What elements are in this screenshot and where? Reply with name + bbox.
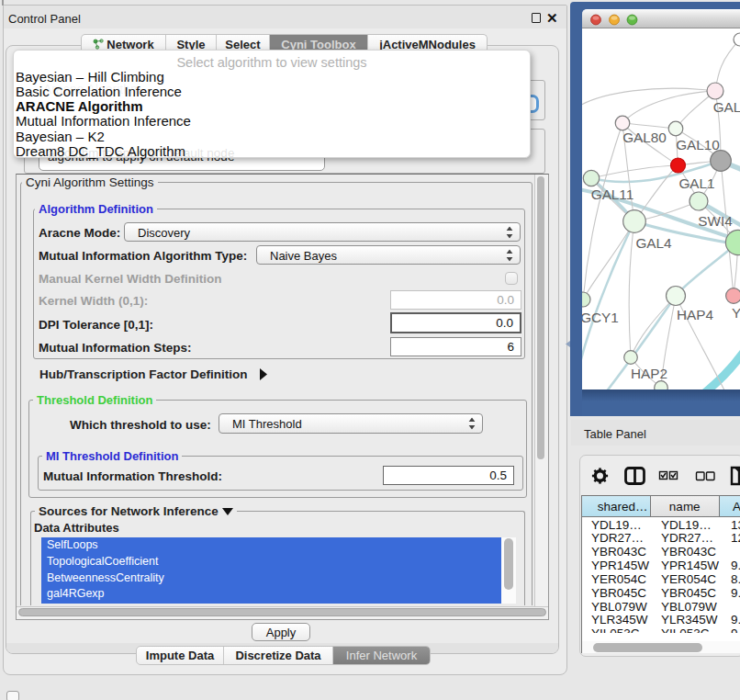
svg-text:SWI4: SWI4 <box>698 213 733 229</box>
svg-text:GAL11: GAL11 <box>591 186 634 202</box>
svg-text:GAL10: GAL10 <box>676 137 720 152</box>
svg-text:GCY1: GCY1 <box>582 310 619 325</box>
svg-text:HAP2: HAP2 <box>631 366 667 381</box>
svg-text:HAP4: HAP4 <box>677 307 713 322</box>
svg-text:GAL80: GAL80 <box>622 130 667 145</box>
svg-text:Y: Y <box>732 305 740 321</box>
svg-text:GAL4: GAL4 <box>635 235 672 251</box>
svg-text:GAL: GAL <box>713 99 740 115</box>
svg-text:GAL1: GAL1 <box>678 175 714 191</box>
